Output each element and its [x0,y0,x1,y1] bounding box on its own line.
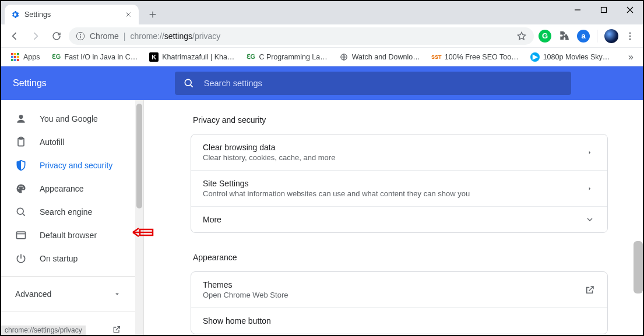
power-icon [15,253,27,264]
chrome-menu-button[interactable] [622,28,638,44]
row-subtitle: Clear history, cookies, cache, and more [203,153,584,162]
status-bar: chrome://settings/privacy [1,326,86,335]
settings-search-box[interactable] [175,72,571,95]
svg-point-25 [23,188,24,189]
settings-toolbar: Settings [1,66,643,100]
sidebar-item-label: Privacy and security [40,161,112,170]
tab-title: Settings [24,10,51,19]
address-bar: Chrome | chrome:// settings /privacy G a [1,24,643,48]
bookmark-item[interactable]: K Khatrimazafull | Kha… [145,49,239,65]
section-heading-privacy: Privacy and security [193,115,608,125]
section-heading-appearance: Appearance [193,253,608,262]
row-clear-browsing-data[interactable]: Clear browsing data Clear history, cooki… [191,135,607,170]
row-subtitle: Open Chrome Web Store [203,291,584,299]
svg-rect-16 [17,59,19,61]
browser-tab[interactable]: Settings [5,5,139,24]
bookmark-item[interactable]: ▶ 1080p Movies Sky… [526,49,615,65]
settings-sidebar: You and Google Autofill Privacy and secu… [1,100,135,335]
apps-label: Apps [23,53,40,61]
site-info-icon[interactable] [76,31,85,41]
bookmark-item[interactable]: Watch and Downlo… [335,49,425,65]
omnibox[interactable]: Chrome | chrome:// settings /privacy [69,27,534,45]
sidebar-item-label: Search engine [40,207,92,217]
appearance-card: Themes Open Chrome Web Store Show home b… [191,271,608,334]
toolbar-separator [597,30,597,43]
row-themes[interactable]: Themes Open Chrome Web Store [191,272,607,307]
sidebar-item-search-engine[interactable]: Search engine [1,200,135,224]
person-icon [15,113,27,125]
bookmark-item[interactable]: ƐG C Programming La… [241,49,332,65]
window-controls [564,1,643,19]
nav-reload-button[interactable] [48,27,65,45]
svg-rect-9 [14,53,16,55]
page-content: Settings You and Google [1,66,643,335]
sidebar-item-label: On startup [40,254,78,263]
svg-point-19 [19,115,23,119]
profile-avatar[interactable] [604,29,618,43]
chevron-down-icon [113,290,121,298]
content-scrollbar-thumb[interactable] [634,241,643,293]
browser-window-icon [15,229,27,241]
nav-back-button[interactable] [6,27,23,45]
svg-point-6 [629,35,631,37]
nav-forward-button[interactable] [27,27,44,45]
bookmark-label: Khatrimazafull | Kha… [162,53,234,61]
search-icon [183,77,195,89]
bookmarks-overflow-button[interactable]: » [624,52,638,62]
bookmark-star-icon[interactable] [516,31,527,41]
extension-grammarly-icon[interactable]: G [539,30,551,43]
palette-icon [15,183,27,194]
settings-gear-icon [10,10,20,19]
omnibox-separator: | [124,31,126,41]
window-close-button[interactable] [617,1,643,19]
sidebar-item-appearance[interactable]: Appearance [1,177,135,200]
row-title: Show home button [203,316,596,326]
sidebar-scrollbar[interactable] [135,100,143,335]
row-title: Themes [203,280,584,289]
omnibox-chrome-label: Chrome [90,31,119,41]
sidebar-item-default-browser[interactable]: Default browser [1,224,135,247]
svg-rect-11 [11,56,13,58]
svg-rect-10 [17,53,19,55]
row-subtitle: Control what information websites can us… [203,189,584,198]
bookmark-item[interactable]: SST 100% Free SEO Too… [427,49,523,65]
tab-close-button[interactable] [124,10,133,19]
advanced-label: Advanced [15,289,51,299]
apps-grid-icon [10,52,20,62]
apps-shortcut[interactable]: Apps [6,49,45,65]
bookmark-label: Watch and Downlo… [352,53,420,61]
sidebar-item-you-and-google[interactable]: You and Google [1,107,135,130]
svg-point-24 [22,186,23,187]
bookmark-item[interactable]: ƐG Fast I/O in Java in C… [47,49,143,65]
row-show-home-button[interactable]: Show home button [191,307,607,334]
svg-rect-13 [17,56,19,58]
svg-rect-14 [11,59,13,61]
row-more[interactable]: More [191,206,607,232]
extension-puzzle-icon[interactable] [556,28,572,44]
sidebar-item-on-startup[interactable]: On startup [1,247,135,270]
window-maximize-button[interactable] [590,1,617,19]
bookmark-favicon: K [149,52,159,62]
bookmark-favicon: ƐG [52,52,61,62]
sidebar-item-label: You and Google [40,114,98,123]
sidebar-scrollbar-thumb[interactable] [136,104,142,208]
window-minimize-button[interactable] [564,1,590,19]
sidebar-item-privacy-security[interactable]: Privacy and security [1,154,135,177]
bookmark-favicon [339,52,349,62]
row-title: Clear browsing data [203,143,584,152]
row-title: Site Settings [203,179,584,188]
extension-alexa-icon[interactable]: a [577,30,590,43]
chevron-right-icon [584,150,596,155]
bookmark-label: C Programming La… [259,53,327,61]
settings-main: Privacy and security Clear browsing data… [144,100,643,335]
sidebar-item-autofill[interactable]: Autofill [1,130,135,154]
settings-search-input[interactable] [203,78,563,89]
row-site-settings[interactable]: Site Settings Control what information w… [191,170,607,206]
svg-rect-12 [14,56,16,58]
svg-point-26 [17,208,23,214]
sidebar-advanced-toggle[interactable]: Advanced [1,282,135,306]
sidebar-divider [1,276,135,277]
new-tab-button[interactable] [145,6,161,23]
svg-point-22 [18,188,19,189]
bookmark-label: 1080p Movies Sky… [543,53,610,61]
